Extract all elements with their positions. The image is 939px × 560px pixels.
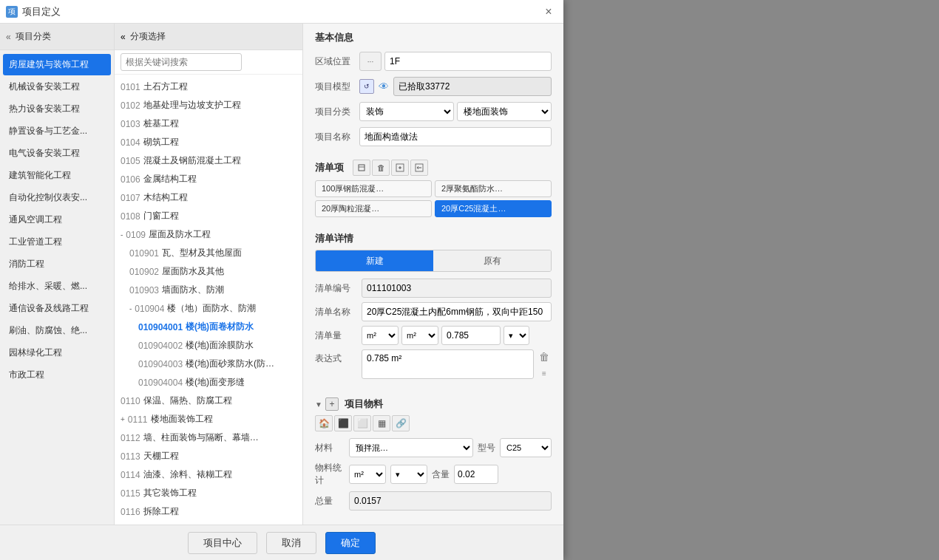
checklist-add-btn[interactable] bbox=[353, 160, 370, 176]
tree-item-0111[interactable]: + 0111 楼地面装饰工程 bbox=[115, 410, 302, 428]
sidebar-item-thermal[interactable]: 热力设备安装工程 bbox=[3, 98, 111, 120]
sidebar-item-pipeline-label: 工业管道工程 bbox=[9, 236, 62, 247]
tree-label-010901: 瓦、型材及其他屋面 bbox=[162, 247, 242, 259]
sidebar-item-drainage[interactable]: 给排水、采暖、燃... bbox=[3, 276, 111, 297]
checklist-tag-1[interactable]: 2厚聚氨酯防水… bbox=[435, 180, 552, 197]
tree-item-010903[interactable]: 010903 墙面防水、防潮 bbox=[115, 281, 302, 299]
project-center-btn[interactable]: 项目中心 bbox=[188, 532, 257, 554]
expr-copy-btn[interactable]: ≡ bbox=[537, 366, 552, 380]
sidebar-item-comms[interactable]: 通信设备及线路工程 bbox=[3, 298, 111, 319]
tree-label-0104: 砌筑工程 bbox=[143, 136, 179, 148]
qty-input[interactable]: 0.785 bbox=[441, 326, 501, 345]
category-select-1[interactable]: 装饰 bbox=[359, 102, 454, 121]
total-input[interactable]: 0.0157 bbox=[349, 491, 552, 511]
material-add-btn[interactable]: + bbox=[325, 397, 339, 411]
search-input[interactable] bbox=[121, 53, 242, 71]
mat-name-select[interactable]: 预拌混… bbox=[349, 438, 473, 457]
tab-existing[interactable]: 原有 bbox=[433, 250, 551, 271]
mat-btn-grid[interactable]: ▦ bbox=[373, 415, 390, 431]
expr-delete-btn[interactable]: 🗑 bbox=[537, 349, 552, 364]
sidebar-item-painting[interactable]: 刷油、防腐蚀、绝... bbox=[3, 320, 111, 341]
dialog-body: « 项目分类 房屋建筑与装饰工程 机械设备安装工程 热力设备安装工程 静置设备与… bbox=[0, 24, 563, 525]
mat-btn-cylinder[interactable]: ⬛ bbox=[334, 415, 352, 431]
tree-item-010904001[interactable]: 010904001 楼(地)面卷材防水 bbox=[115, 318, 302, 336]
tree-item-010904004[interactable]: 010904004 楼(地)面变形缝 bbox=[115, 373, 302, 392]
checklist-tag-2[interactable]: 20厚陶粒混凝… bbox=[315, 200, 432, 217]
tree-item-0112[interactable]: 0112 墙、柱面装饰与隔断、幕墙… bbox=[115, 428, 302, 447]
mat-content-input[interactable]: 0.02 bbox=[454, 465, 498, 484]
sidebar-item-garden[interactable]: 园林绿化工程 bbox=[3, 342, 111, 363]
tree-item-0108[interactable]: 0108 门窗工程 bbox=[115, 207, 302, 225]
sidebar-item-electrical[interactable]: 电气设备安装工程 bbox=[3, 143, 111, 164]
tree-item-0113[interactable]: 0113 天棚工程 bbox=[115, 447, 302, 465]
sidebar-item-fire[interactable]: 消防工程 bbox=[3, 253, 111, 275]
sidebar-item-static[interactable]: 静置设备与工艺金... bbox=[3, 120, 111, 142]
tree-item-0115[interactable]: 0115 其它装饰工程 bbox=[115, 484, 302, 502]
tree-item-0107[interactable]: 0107 木结构工程 bbox=[115, 188, 302, 207]
name-input[interactable]: 地面构造做法 bbox=[359, 127, 552, 146]
tree-item-0110[interactable]: 0110 保温、隔热、防腐工程 bbox=[115, 392, 302, 410]
tree-item-010904002[interactable]: 010904002 楼(地)面涂膜防水 bbox=[115, 336, 302, 355]
sidebar-item-intelligent[interactable]: 建筑智能化工程 bbox=[3, 165, 111, 186]
app-window: 项 项目定义 × « 项目分类 房屋建筑与装饰工程 机械设备安装工程 bbox=[0, 0, 939, 560]
middle-collapse-btn[interactable]: « bbox=[121, 32, 126, 42]
checklist-export-btn[interactable] bbox=[410, 160, 428, 176]
region-picker-btn[interactable]: ··· bbox=[359, 52, 382, 71]
tree-item-0103[interactable]: 0103 桩基工程 bbox=[115, 115, 302, 133]
checklist-import-btn[interactable] bbox=[391, 160, 409, 176]
material-header[interactable]: ▼ + 项目物料 bbox=[315, 397, 552, 411]
checklist-toolbar: 🗑 bbox=[353, 160, 428, 176]
mat-type-select[interactable]: C25 bbox=[500, 438, 552, 457]
category-select-2[interactable]: 楼地面装饰 bbox=[457, 102, 552, 121]
bill-name-input[interactable]: 20厚C25混凝土内配6mm钢筋，双向中距150 bbox=[362, 302, 552, 321]
tree-item-0102[interactable]: 0102 地基处理与边坡支护工程 bbox=[115, 96, 302, 115]
tab-new[interactable]: 新建 bbox=[316, 250, 433, 271]
mat-stats-unit[interactable]: m² bbox=[349, 465, 386, 484]
checklist-delete-btn[interactable]: 🗑 bbox=[372, 160, 390, 176]
mat-btn-link[interactable]: 🔗 bbox=[392, 415, 410, 431]
close-button[interactable]: × bbox=[540, 3, 557, 21]
tree-item-0105[interactable]: 0105 混凝土及钢筋混凝土工程 bbox=[115, 151, 302, 170]
sidebar-item-garden-label: 园林绿化工程 bbox=[9, 347, 62, 358]
cancel-btn[interactable]: 取消 bbox=[266, 532, 316, 554]
bill-no-input[interactable]: 011101003 bbox=[362, 279, 552, 298]
confirm-btn[interactable]: 确定 bbox=[325, 532, 376, 554]
model-eye-icon[interactable]: 👁 bbox=[379, 81, 389, 92]
mat-stats-unit2[interactable]: ▾ bbox=[390, 465, 427, 484]
model-refresh-icon[interactable]: ↺ bbox=[359, 79, 374, 94]
checklist-tag-0[interactable]: 100厚钢筋混凝… bbox=[315, 180, 432, 197]
tree-item-0101[interactable]: 0101 土石方工程 bbox=[115, 78, 302, 96]
sidebar-item-municipal[interactable]: 市政工程 bbox=[3, 364, 111, 386]
unit-select-1[interactable]: m² m³ bbox=[362, 326, 399, 345]
tree-item-010904[interactable]: - 010904 楼（地）面防水、防潮 bbox=[115, 299, 302, 318]
sidebar-item-automation[interactable]: 自动化控制仪表安... bbox=[3, 187, 111, 208]
sidebar-item-housing[interactable]: 房屋建筑与装饰工程 bbox=[3, 54, 111, 75]
tree-item-0104[interactable]: 0104 砌筑工程 bbox=[115, 133, 302, 151]
expand-icon-010904: - bbox=[129, 304, 132, 313]
sidebar-collapse-btn[interactable]: « bbox=[6, 32, 11, 42]
sidebar-item-mechanical[interactable]: 机械设备安装工程 bbox=[3, 76, 111, 98]
tree-item-010901[interactable]: 010901 瓦、型材及其他屋面 bbox=[115, 244, 302, 262]
tree-item-0106[interactable]: 0106 金属结构工程 bbox=[115, 170, 302, 188]
sidebar-item-hvac[interactable]: 通风空调工程 bbox=[3, 209, 111, 231]
tree-code-0113: 0113 bbox=[121, 451, 140, 462]
mat-btn-table[interactable]: ⬜ bbox=[353, 415, 371, 431]
tree-item-0109[interactable]: - 0109 屋面及防水工程 bbox=[115, 225, 302, 244]
expression-box[interactable]: 0.785 m² bbox=[362, 349, 534, 379]
tree-item-010902[interactable]: 010902 屋面防水及其他 bbox=[115, 262, 302, 281]
tree-item-0116[interactable]: 0116 拆除工程 bbox=[115, 502, 302, 521]
tree-label-0115: 其它装饰工程 bbox=[143, 487, 197, 499]
checklist-header: 清单项 🗑 bbox=[315, 160, 552, 176]
tree-item-010904003[interactable]: 010904003 楼(地)面砂浆防水(防… bbox=[115, 355, 302, 373]
dialog-titlebar: 项 项目定义 × bbox=[0, 0, 563, 24]
tree-label-0112: 墙、柱面装饰与隔断、幕墙… bbox=[143, 431, 259, 444]
tree-item-0114[interactable]: 0114 油漆、涂料、裱糊工程 bbox=[115, 465, 302, 484]
material-title: 项目物料 bbox=[345, 397, 383, 411]
unit-select-2[interactable]: m² m³ bbox=[401, 326, 438, 345]
bill-name-label: 清单名称 bbox=[315, 306, 356, 318]
unit-select-3[interactable]: ▾ bbox=[504, 326, 529, 345]
region-input[interactable] bbox=[384, 52, 552, 71]
checklist-tag-3[interactable]: 20厚C25混凝土… bbox=[435, 200, 552, 217]
sidebar-item-pipeline[interactable]: 工业管道工程 bbox=[3, 231, 111, 253]
mat-btn-house[interactable]: 🏠 bbox=[315, 415, 333, 431]
